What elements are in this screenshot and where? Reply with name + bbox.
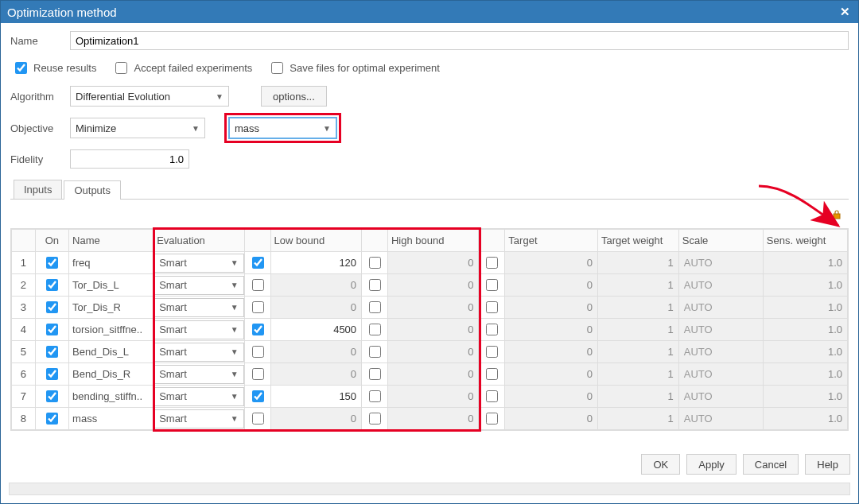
row-high-enable-cell <box>362 341 388 363</box>
row-high-enable-cell <box>362 252 388 274</box>
row-name: bending_stiffn.. <box>69 386 154 408</box>
row-low-enable-checkbox[interactable] <box>252 257 264 269</box>
row-target: 0 <box>505 274 598 297</box>
name-row: Name <box>10 31 849 50</box>
row-low-enable-checkbox[interactable] <box>252 413 264 425</box>
row-evaluation-select[interactable]: Smart ▼ <box>154 343 244 362</box>
column-index <box>12 230 36 252</box>
row-index: 2 <box>12 274 36 297</box>
row-index: 3 <box>12 297 36 319</box>
row-low-enable-checkbox[interactable] <box>252 390 264 402</box>
close-icon[interactable]: ✕ <box>838 5 852 19</box>
row-eval-cell: Smart ▼ <box>154 386 245 408</box>
row-low-bound[interactable]: 150 <box>270 386 362 408</box>
row-on-checkbox[interactable] <box>46 279 58 291</box>
algorithm-select[interactable]: Differential Evolution ▼ <box>70 86 229 107</box>
row-low-enable-checkbox[interactable] <box>252 368 264 380</box>
row-target-enable-cell <box>479 297 505 319</box>
row-evaluation-select[interactable]: Smart ▼ <box>154 409 244 428</box>
row-evaluation-select[interactable]: Smart ▼ <box>154 387 244 406</box>
row-high-enable-checkbox[interactable] <box>369 279 381 291</box>
row-target-enable-checkbox[interactable] <box>486 301 498 313</box>
row-on-checkbox[interactable] <box>46 257 58 269</box>
row-on-checkbox[interactable] <box>46 368 58 380</box>
row-high-enable-checkbox[interactable] <box>369 257 381 269</box>
row-evaluation-select[interactable]: Smart ▼ <box>154 320 244 339</box>
row-target-weight: 1 <box>598 274 679 297</box>
row-low-bound[interactable]: 120 <box>270 252 362 274</box>
row-target-enable-checkbox[interactable] <box>486 324 498 335</box>
row-high-enable-checkbox[interactable] <box>369 324 381 335</box>
tab-outputs[interactable]: Outputs <box>64 180 121 200</box>
row-low-enable-checkbox[interactable] <box>252 279 264 291</box>
accept-failed-checkbox[interactable] <box>115 62 127 74</box>
lock-icon[interactable] <box>831 209 842 220</box>
row-evaluation-select[interactable]: Smart ▼ <box>154 254 244 273</box>
row-evaluation-select[interactable]: Smart ▼ <box>154 298 244 317</box>
row-low-enable-checkbox[interactable] <box>252 301 264 313</box>
help-button[interactable]: Help <box>805 454 850 475</box>
optimization-method-window: Optimization method ✕ Name Reuse results… <box>0 0 859 504</box>
row-high-enable-checkbox[interactable] <box>369 301 381 313</box>
row-high-bound: 0 <box>387 297 479 319</box>
row-on-checkbox[interactable] <box>46 390 58 402</box>
row-low-enable-checkbox[interactable] <box>252 346 264 358</box>
row-target-enable-checkbox[interactable] <box>486 279 498 291</box>
row-target: 0 <box>505 341 598 363</box>
outputs-table: On Name Evaluation Low bound High bound … <box>11 229 848 430</box>
row-low-enable-cell <box>244 386 270 408</box>
row-scale: AUTO <box>678 386 763 408</box>
row-evaluation-select[interactable]: Smart ▼ <box>154 365 244 384</box>
row-high-enable-checkbox[interactable] <box>369 346 381 358</box>
objective-type-select[interactable]: Minimize ▼ <box>70 118 205 138</box>
column-on: On <box>35 230 68 252</box>
row-high-enable-checkbox[interactable] <box>369 368 381 380</box>
ok-button[interactable]: OK <box>641 454 680 475</box>
algorithm-options-button[interactable]: options... <box>261 86 327 107</box>
row-low-enable-checkbox[interactable] <box>252 324 264 335</box>
outputs-table-wrapper: On Name Evaluation Low bound High bound … <box>10 228 849 431</box>
row-scale: AUTO <box>678 252 763 274</box>
tab-inputs[interactable]: Inputs <box>14 180 62 199</box>
objective-target-select[interactable]: mass ▼ <box>229 118 336 138</box>
row-high-enable-cell <box>362 297 388 319</box>
row-eval-cell: Smart ▼ <box>154 297 245 319</box>
fidelity-row: Fidelity <box>10 149 849 169</box>
table-row: 6 Bend_Dis_R Smart ▼ 0 0 0 1 AUTO 1.0 <box>12 363 848 386</box>
row-name: Bend_Dis_R <box>69 363 154 386</box>
row-target-enable-checkbox[interactable] <box>486 346 498 358</box>
row-on-checkbox[interactable] <box>46 324 58 335</box>
row-name: mass <box>69 408 154 430</box>
objective-target-value: mass <box>235 122 259 134</box>
chevron-down-icon: ▼ <box>231 258 239 267</box>
reuse-results-checkbox[interactable] <box>15 62 27 74</box>
apply-button[interactable]: Apply <box>686 454 737 475</box>
row-target-enable-checkbox[interactable] <box>486 390 498 402</box>
row-high-enable-checkbox[interactable] <box>369 413 381 425</box>
row-target-enable-checkbox[interactable] <box>486 257 498 269</box>
chevron-down-icon: ▼ <box>231 281 239 289</box>
row-on-checkbox[interactable] <box>46 301 58 313</box>
row-high-enable-checkbox[interactable] <box>369 390 381 402</box>
chevron-down-icon: ▼ <box>231 303 239 312</box>
row-target-enable-checkbox[interactable] <box>486 413 498 425</box>
row-on-checkbox[interactable] <box>46 413 58 425</box>
chevron-down-icon: ▼ <box>231 414 239 423</box>
row-index: 5 <box>12 341 36 363</box>
row-evaluation-select[interactable]: Smart ▼ <box>154 276 244 295</box>
row-target-enable-cell <box>479 386 505 408</box>
row-on-checkbox[interactable] <box>46 346 58 358</box>
row-target-weight: 1 <box>598 408 679 430</box>
row-target-weight: 1 <box>598 252 679 274</box>
row-target-enable-checkbox[interactable] <box>486 368 498 380</box>
row-eval-cell: Smart ▼ <box>154 341 245 363</box>
row-high-enable-cell <box>362 408 388 430</box>
save-optimal-checkbox[interactable] <box>271 62 283 74</box>
column-evaluation: Evaluation <box>154 230 245 252</box>
row-low-bound: 0 <box>270 408 362 430</box>
cancel-button[interactable]: Cancel <box>743 454 799 475</box>
row-low-enable-cell <box>244 363 270 386</box>
name-input[interactable] <box>70 31 849 50</box>
fidelity-input[interactable] <box>70 149 189 169</box>
row-low-bound[interactable]: 4500 <box>270 319 362 341</box>
